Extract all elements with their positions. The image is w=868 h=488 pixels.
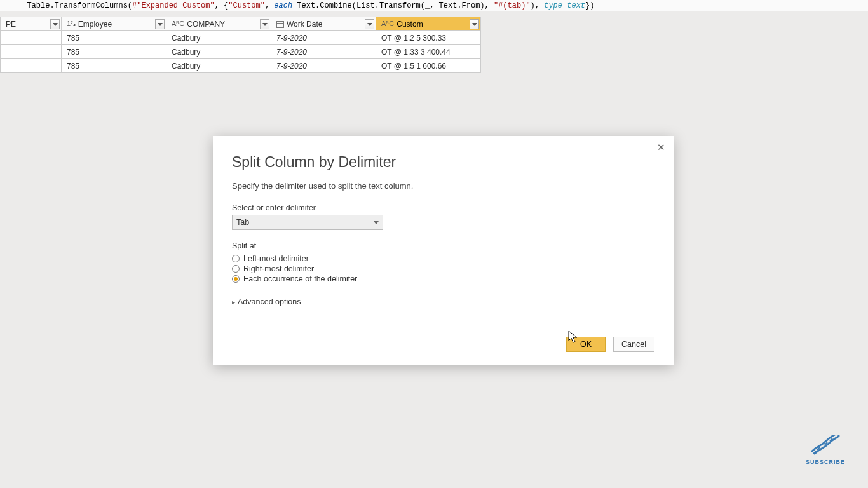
radio-each-occurrence[interactable]: Each occurrence of the delimiter <box>232 274 654 283</box>
formula-bar[interactable]: = Table.TransformColumns( #"Expanded Cus… <box>0 0 868 11</box>
formula-kw-type: type <box>544 1 562 10</box>
formula-kw-text: text <box>567 1 585 10</box>
text-type-icon: AᴮC <box>381 20 394 28</box>
subscribe-label: SUBSCRIBE <box>806 459 845 465</box>
radio-icon-selected <box>232 275 240 283</box>
number-type-icon: 1²₃ <box>67 20 76 28</box>
cell-custom[interactable]: OT @ 1.2 5 300.33 <box>376 31 481 45</box>
dialog-close-button[interactable]: ✕ <box>654 141 667 154</box>
column-filter-workdate[interactable] <box>365 19 374 29</box>
formula-eq: = <box>18 1 27 10</box>
col-pe-label: PE <box>6 20 16 29</box>
delimiter-value: Tab <box>236 218 249 227</box>
data-table: PE 1²₃ Employee AᴮC COMPANY <box>0 17 481 73</box>
cancel-button-label: Cancel <box>621 340 646 349</box>
data-table-wrap: PE 1²₃ Employee AᴮC COMPANY <box>0 17 481 73</box>
text-type-icon: AᴮC <box>172 20 184 28</box>
cell-employee[interactable]: 785 <box>62 59 166 73</box>
cell-company[interactable]: Cadbury <box>166 45 271 59</box>
formula-kw-each: each <box>274 1 292 10</box>
table-row[interactable]: 785 Cadbury 7-9-2020 OT @ 1.5 1 600.66 <box>1 59 481 73</box>
radio-left-most[interactable]: Left-most delimiter <box>232 254 654 263</box>
cell-workdate[interactable]: 7-9-2020 <box>271 45 376 59</box>
formula-p3: , { <box>215 1 229 10</box>
cell-pe[interactable] <box>1 59 62 73</box>
formula-str2: "Custom" <box>228 1 265 10</box>
column-filter-custom[interactable] <box>470 19 479 29</box>
cell-pe[interactable] <box>1 45 62 59</box>
chevron-down-icon <box>374 221 379 224</box>
svg-rect-0 <box>277 21 284 27</box>
formula-p6: Text.Combine(List.Transform(_, Text.From… <box>292 1 494 10</box>
column-filter-company[interactable] <box>260 19 269 29</box>
delimiter-label: Select or enter delimiter <box>232 203 654 212</box>
dialog-title: Split Column by Delimiter <box>232 154 654 171</box>
ok-button-label: OK <box>580 340 592 349</box>
close-icon: ✕ <box>657 142 665 153</box>
radio-right-most[interactable]: Right-most delimiter <box>232 264 654 273</box>
cell-employee[interactable]: 785 <box>62 45 166 59</box>
split-column-dialog: ✕ Split Column by Delimiter Specify the … <box>213 136 674 365</box>
date-type-icon <box>276 20 284 28</box>
delimiter-select[interactable]: Tab <box>232 215 383 230</box>
column-header-custom[interactable]: AᴮC Custom <box>376 17 481 31</box>
formula-str3: "#(tab)" <box>494 1 531 10</box>
advanced-options-toggle[interactable]: Advanced options <box>232 297 654 306</box>
subscribe-watermark: SUBSCRIBE <box>806 435 845 465</box>
col-cust-label: Custom <box>397 20 423 29</box>
column-filter-employee[interactable] <box>155 19 165 29</box>
column-header-pe[interactable]: PE <box>1 17 62 31</box>
table-row[interactable]: 785 Cadbury 7-9-2020 OT @ 1.33 3 400.44 <box>1 45 481 59</box>
formula-p8: ), <box>531 1 545 10</box>
column-filter-pe[interactable] <box>50 19 60 29</box>
cell-custom[interactable]: OT @ 1.5 1 600.66 <box>376 59 481 73</box>
col-emp-label: Employee <box>78 20 112 29</box>
cell-pe[interactable] <box>1 31 62 45</box>
col-date-label: Work Date <box>287 20 322 29</box>
dialog-subtitle: Specify the delimiter used to split the … <box>232 181 654 191</box>
cell-employee[interactable]: 785 <box>62 31 166 45</box>
split-at-label: Split at <box>232 241 654 250</box>
column-header-company[interactable]: AᴮC COMPANY <box>166 17 271 31</box>
radio-each-label: Each occurrence of the delimiter <box>243 274 357 283</box>
cancel-button[interactable]: Cancel <box>613 337 654 352</box>
cell-workdate[interactable]: 7-9-2020 <box>271 31 376 45</box>
formula-p5: , <box>265 1 274 10</box>
formula-fn1: Table.TransformColumns( <box>27 1 132 10</box>
radio-left-label: Left-most delimiter <box>243 254 309 263</box>
cell-company[interactable]: Cadbury <box>166 31 271 45</box>
formula-str1: #"Expanded Custom" <box>132 1 215 10</box>
radio-icon <box>232 265 240 273</box>
cell-custom[interactable]: OT @ 1.33 3 400.44 <box>376 45 481 59</box>
cell-company[interactable]: Cadbury <box>166 59 271 73</box>
column-header-employee[interactable]: 1²₃ Employee <box>62 17 166 31</box>
column-header-workdate[interactable]: Work Date <box>271 17 376 31</box>
formula-p10: }) <box>585 1 594 10</box>
formula-p9 <box>562 1 567 10</box>
table-row[interactable]: 785 Cadbury 7-9-2020 OT @ 1.2 5 300.33 <box>1 31 481 45</box>
col-comp-label: COMPANY <box>187 20 225 29</box>
advanced-options-label: Advanced options <box>238 297 301 306</box>
radio-icon <box>232 255 240 262</box>
ok-button[interactable]: OK <box>566 337 606 352</box>
radio-right-label: Right-most delimiter <box>243 264 314 273</box>
dna-icon <box>811 435 840 456</box>
cell-workdate[interactable]: 7-9-2020 <box>271 59 376 73</box>
